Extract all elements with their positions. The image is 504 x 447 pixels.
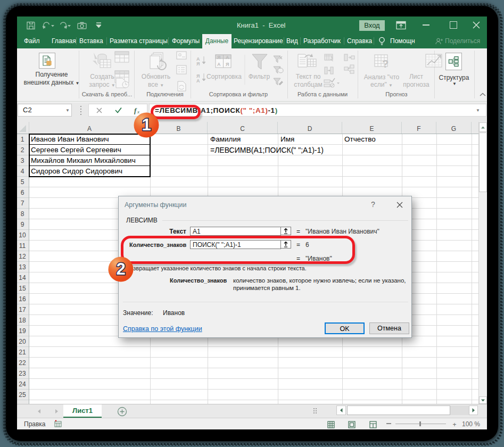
svg-text:А: А bbox=[226, 55, 229, 60]
svg-text:Я: Я bbox=[226, 62, 229, 67]
svg-text:2: 2 bbox=[116, 260, 125, 278]
svg-text:Я: Я bbox=[217, 55, 220, 60]
svg-text:?: ? bbox=[382, 58, 389, 70]
svg-text:1: 1 bbox=[142, 115, 151, 134]
svg-text:Я: Я bbox=[196, 61, 200, 67]
svg-text:А: А bbox=[217, 62, 221, 67]
svg-text:А: А bbox=[196, 78, 200, 84]
